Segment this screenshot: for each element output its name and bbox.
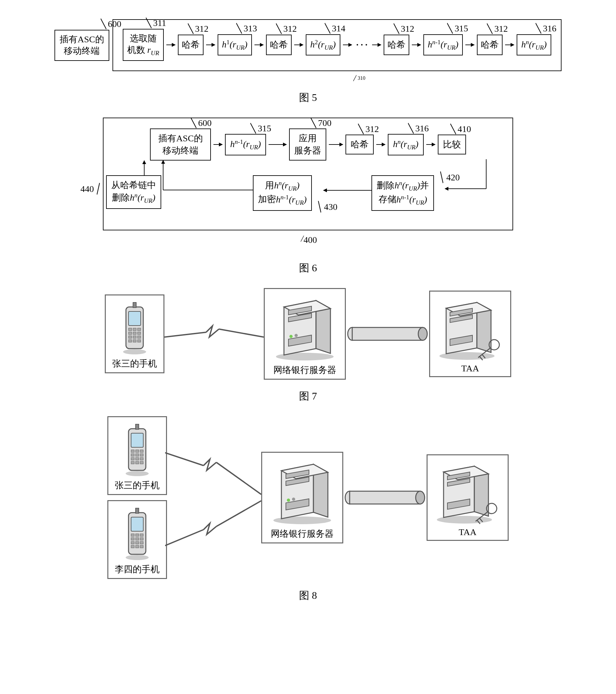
svg-rect-61	[135, 461, 139, 464]
box-text: 从哈希链中删除hn(rUR)	[111, 180, 156, 202]
fig6-440: 440 ╲ 从哈希链中删除hn(rUR)	[106, 175, 161, 209]
svg-rect-66	[135, 508, 139, 513]
box-text: hn-1(rUR)	[230, 139, 261, 149]
arrow-icon	[144, 161, 145, 175]
server-key-icon	[434, 460, 501, 525]
box-label: ╱ 430	[317, 201, 338, 213]
svg-rect-9	[133, 303, 136, 308]
arrow-icon	[343, 44, 352, 45]
figure-6: ╱ 600 插有ASC的移动终端 ╱ 315 hn-1(rUR) ╱ 700	[6, 117, 610, 275]
svg-rect-55	[135, 454, 139, 456]
arrow-icon	[376, 144, 385, 145]
fig6-hash: ╱ 312 哈希	[345, 134, 374, 154]
svg-rect-62	[140, 461, 143, 464]
pict-label: 网络银行服务器	[273, 364, 336, 376]
box-label: ╱ 700	[311, 117, 331, 129]
fig6-hn1: ╱ 315 hn-1(rUR)	[225, 134, 266, 156]
svg-line-23	[219, 329, 264, 337]
fig8-server: 网络银行服务器	[261, 452, 343, 543]
box-text: 插有ASC的 移动终端	[60, 34, 104, 56]
svg-rect-59	[140, 458, 143, 460]
box-text: 删除hn(rUR)并存储hn-1(rUR)	[377, 180, 429, 204]
svg-rect-18	[138, 336, 141, 339]
fig8-phone-1: 张三的手机	[107, 416, 167, 495]
arrow-icon	[269, 144, 287, 145]
figure-caption: 图 8	[6, 589, 610, 603]
arrow-icon	[505, 44, 514, 45]
arrow-icon	[372, 44, 381, 45]
svg-rect-10	[128, 328, 132, 331]
svg-rect-49	[131, 433, 143, 447]
box-text: h2(rUR)	[310, 38, 336, 52]
box-label: ╱ 314	[325, 23, 345, 34]
ellipsis-icon: · · ·	[355, 40, 369, 50]
box-label: 440 ╲	[80, 183, 101, 195]
server-icon	[269, 458, 336, 525]
arrow-icon	[323, 190, 372, 190]
fig6-terminal: ╱ 600 插有ASC的移动终端	[150, 128, 211, 161]
svg-rect-56	[140, 454, 143, 456]
arrow-icon	[412, 44, 421, 45]
svg-rect-19	[128, 340, 132, 342]
figure-5: ╱ 600 插有ASC的 移动终端 ╱ 311 选取随机数 rUR ╱ 312	[6, 6, 610, 105]
server-icon	[271, 294, 339, 361]
fig5-box-hash: ╱ 312 哈希	[477, 35, 503, 55]
svg-rect-71	[135, 537, 139, 540]
svg-point-32	[294, 334, 298, 337]
cable-link-icon	[346, 324, 429, 344]
box-text: 哈希	[387, 39, 405, 51]
svg-rect-54	[131, 454, 134, 456]
fig6-420: ╱ 420 删除hn(rUR)并存储hn-1(rUR)	[372, 175, 434, 211]
fig6-row2-area: 440 ╲ 从哈希链中删除hn(rUR) ╱ 430 用hn(rUR)加密hn-…	[115, 161, 501, 218]
svg-point-47	[126, 471, 149, 476]
box-label: ╱ 316	[536, 23, 556, 34]
svg-rect-75	[140, 542, 143, 544]
svg-rect-15	[138, 332, 141, 334]
svg-point-6	[123, 349, 146, 354]
phone-icon	[120, 300, 149, 355]
box-label: ╱ 315	[251, 122, 271, 134]
fig5-terminal-box: ╱ 600 插有ASC的 移动终端	[54, 30, 109, 61]
svg-rect-34	[352, 327, 423, 340]
fig7-server: 网络银行服务器	[264, 288, 346, 380]
figure-caption: 图 5	[6, 91, 610, 105]
box-text: 选取随机数 rUR	[127, 33, 159, 57]
svg-rect-14	[133, 332, 136, 334]
fig5-box-h1: ╱ 313 h1(rUR)	[218, 34, 252, 55]
svg-rect-72	[140, 537, 143, 540]
arrow-icon	[254, 44, 264, 45]
svg-rect-74	[135, 542, 139, 544]
box-label: ╱ 312	[188, 23, 209, 35]
box-text: 哈希	[481, 39, 499, 51]
fig7-row: 张三的手机	[74, 288, 542, 380]
pict-label: 网络银行服务器	[271, 528, 334, 540]
fig8-taa: TAA	[427, 454, 509, 541]
svg-rect-78	[140, 545, 143, 548]
svg-line-22	[164, 332, 206, 337]
svg-point-35	[418, 327, 427, 340]
svg-rect-73	[131, 542, 134, 544]
box-label: ╱ 316	[408, 122, 429, 134]
svg-rect-52	[135, 450, 139, 452]
fig5-box-hn: ╱ 316 hn(rUR)	[517, 34, 551, 55]
svg-rect-69	[140, 534, 143, 536]
pict-label: 张三的手机	[112, 358, 157, 370]
svg-line-81	[165, 530, 203, 546]
fig8-phones: 张三的手机 李四的手机	[107, 416, 167, 579]
wireless-link-icon	[164, 319, 264, 348]
box-label: ╱ 312	[487, 23, 508, 35]
fig5-box-hn1: ╱ 315 hn-1(rUR)	[423, 34, 463, 55]
arrow-icon	[426, 144, 435, 145]
fig6-compare: ╱ 410 比较	[438, 134, 466, 154]
fig7-taa: TAA	[429, 291, 511, 377]
fig5-chain-label: ╲ 310	[109, 75, 610, 81]
arrow-icon	[445, 159, 496, 191]
box-label: ╱ 315	[448, 23, 468, 34]
arrow-icon	[329, 144, 343, 145]
arrow-icon	[214, 144, 222, 145]
svg-rect-16	[128, 336, 132, 339]
svg-rect-17	[133, 336, 136, 339]
box-label: ╱ 312	[358, 123, 379, 135]
fig6-hn: ╱ 316 hn(rUR)	[388, 134, 423, 156]
figure-8: 张三的手机 李四的手机	[6, 416, 610, 603]
